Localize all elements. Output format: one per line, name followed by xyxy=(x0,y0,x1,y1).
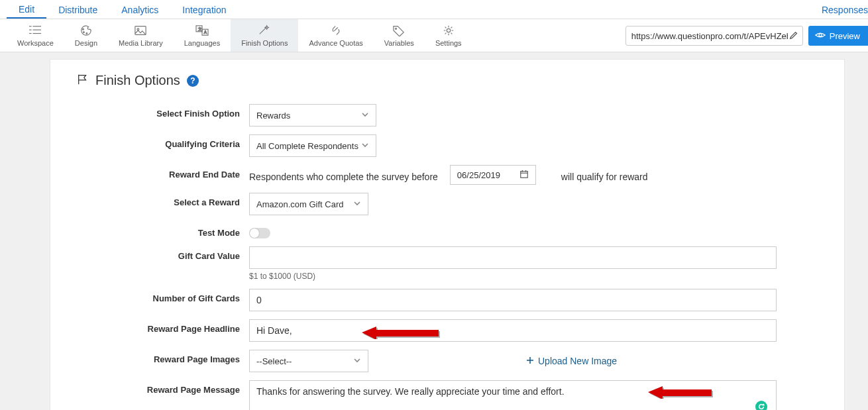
select-finish-option[interactable]: Rewards xyxy=(249,104,376,127)
svg-rect-21 xyxy=(521,171,528,178)
date-picker[interactable]: 06/25/2019 xyxy=(450,165,536,185)
svg-point-8 xyxy=(86,32,87,34)
tool-label: Advance Quotas xyxy=(309,39,362,47)
tool-settings[interactable]: Settings xyxy=(425,19,472,52)
tab-responses[interactable]: Responses xyxy=(815,1,868,18)
chevron-down-icon xyxy=(353,356,361,366)
upload-image-link[interactable]: Upload New Image xyxy=(526,356,617,366)
input-headline[interactable] xyxy=(249,319,777,342)
svg-text:文: 文 xyxy=(198,26,202,31)
textarea-message[interactable] xyxy=(249,380,777,410)
label-test-mode: Test Mode xyxy=(77,223,249,238)
link-icon xyxy=(329,25,343,38)
input-gift-value[interactable] xyxy=(249,246,777,269)
upload-link-label: Upload New Image xyxy=(538,356,617,366)
select-value: Amazon.com Gift Card xyxy=(256,199,344,209)
top-nav: Edit Distribute Analytics Integration Re… xyxy=(0,0,868,19)
plus-icon xyxy=(526,356,534,366)
tool-workspace[interactable]: Workspace xyxy=(7,19,64,52)
chevron-down-icon xyxy=(361,111,369,121)
label-gift-value: Gift Card Value xyxy=(77,246,249,261)
label-end-date: Reward End Date xyxy=(77,165,249,179)
tool-design[interactable]: Design xyxy=(64,19,108,52)
workspace-icon xyxy=(28,25,42,38)
palette-icon xyxy=(79,25,93,38)
gear-icon xyxy=(441,25,456,38)
pencil-icon[interactable] xyxy=(789,30,798,42)
page-panel: Finish Options ? Select Finish Option Re… xyxy=(50,59,845,410)
tool-label: Media Library xyxy=(119,39,163,47)
translate-icon: 文A xyxy=(195,25,209,38)
tool-languages[interactable]: 文A Languages xyxy=(174,19,231,52)
label-select-reward: Select a Reward xyxy=(77,193,249,207)
toolbar: Workspace Design Media Library 文A Langua… xyxy=(0,19,868,52)
svg-line-16 xyxy=(334,27,337,30)
text-before-date: Respondents who complete the survey befo… xyxy=(249,168,438,182)
tool-label: Languages xyxy=(184,39,220,47)
tag-icon xyxy=(392,25,406,38)
flag-icon xyxy=(77,74,89,87)
label-num-cards: Number of Gift Cards xyxy=(77,289,249,303)
tool-variables[interactable]: Variables xyxy=(374,19,425,52)
label-message: Reward Page Message xyxy=(77,380,249,395)
label-headline: Reward Page Headline xyxy=(77,319,249,334)
help-gift-value: $1 to $1000 (USD) xyxy=(249,272,818,281)
survey-url-box[interactable] xyxy=(625,26,803,46)
select-reward[interactable]: Amazon.com Gift Card xyxy=(249,193,368,215)
survey-url-input[interactable] xyxy=(630,26,789,45)
chevron-down-icon xyxy=(353,199,361,209)
tab-edit[interactable]: Edit xyxy=(7,1,46,19)
tab-analytics[interactable]: Analytics xyxy=(109,1,170,18)
tool-label: Settings xyxy=(435,39,462,47)
preview-button-top[interactable]: Preview xyxy=(808,26,868,46)
help-icon[interactable]: ? xyxy=(187,75,199,87)
select-images[interactable]: --Select-- xyxy=(249,350,368,372)
tool-label: Variables xyxy=(384,39,414,47)
select-value: --Select-- xyxy=(256,356,292,366)
tool-media-library[interactable]: Media Library xyxy=(108,19,174,52)
toggle-test-mode[interactable] xyxy=(249,228,270,238)
text-after-date: will qualify for reward xyxy=(548,168,648,182)
date-value: 06/25/2019 xyxy=(457,170,500,180)
select-value: Rewards xyxy=(256,111,290,121)
input-num-cards[interactable] xyxy=(249,289,777,311)
label-criteria: Qualifying Criteria xyxy=(77,134,249,149)
svg-point-17 xyxy=(396,28,397,29)
svg-text:A: A xyxy=(204,30,207,34)
tool-label: Design xyxy=(75,39,97,47)
calendar-icon xyxy=(519,170,529,181)
chevron-down-icon xyxy=(361,141,369,151)
svg-point-19 xyxy=(819,34,822,36)
tool-finish-options[interactable]: Finish Options xyxy=(231,19,298,52)
label-finish-option: Select Finish Option xyxy=(77,104,249,119)
eye-icon xyxy=(815,30,826,42)
tab-integration[interactable]: Integration xyxy=(170,1,238,18)
image-icon xyxy=(133,25,148,38)
page-title: Finish Options xyxy=(95,73,180,88)
label-images: Reward Page Images xyxy=(77,350,249,364)
svg-point-18 xyxy=(447,28,450,32)
tool-label: Finish Options xyxy=(241,39,288,47)
wand-icon xyxy=(257,25,272,38)
tab-distribute[interactable]: Distribute xyxy=(46,1,109,18)
preview-btn-label: Preview xyxy=(830,31,860,41)
tool-advance-quotas[interactable]: Advance Quotas xyxy=(298,19,373,52)
svg-point-7 xyxy=(83,31,84,32)
tool-label: Workspace xyxy=(17,39,54,47)
grammarly-icon xyxy=(755,401,767,410)
select-criteria[interactable]: All Complete Respondents xyxy=(249,134,376,157)
select-value: All Complete Respondents xyxy=(256,141,358,151)
svg-point-10 xyxy=(137,28,139,30)
svg-point-6 xyxy=(83,28,84,30)
